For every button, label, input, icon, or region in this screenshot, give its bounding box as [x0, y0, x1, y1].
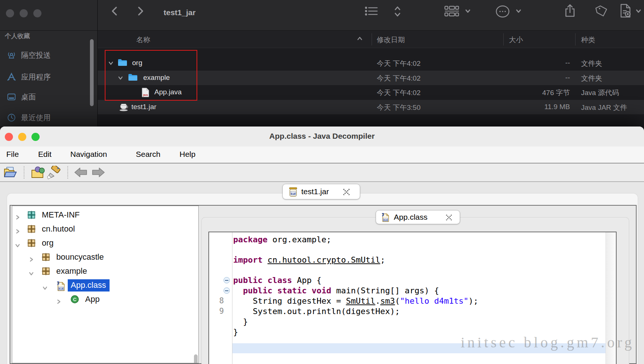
tab-app-class[interactable]: 010 App.class: [376, 210, 460, 224]
open-type-icon[interactable]: [30, 166, 46, 181]
jar-icon: 010: [288, 187, 298, 199]
tab-test1-jar[interactable]: 010 test1.jar: [282, 184, 360, 199]
file-row-test1.jar[interactable]: test1.jar今天 下午3:5011.9 MBJava JAR 文件: [98, 100, 644, 114]
svg-text:010: 010: [383, 219, 388, 222]
tree-scrollbar[interactable]: [194, 354, 198, 363]
sidebar-item-label: 最近使用: [21, 113, 51, 123]
column-modified[interactable]: 修改日期: [377, 35, 405, 45]
column-name[interactable]: 名称: [136, 35, 150, 45]
forward-icon[interactable]: [135, 5, 145, 18]
finder-file-list: 名称 修改日期 大小 种类 org今天 下午4:02--文件夹example今天…: [98, 31, 644, 127]
sidebar-item-4[interactable]: 最近使用: [0, 111, 98, 124]
class-file-icon: 010: [381, 213, 390, 224]
code-line-1: package org.example;: [233, 235, 331, 245]
column-divider[interactable]: [372, 33, 372, 46]
file-name: test1.jar: [131, 103, 157, 111]
tree-item-label: App.class: [68, 279, 110, 291]
sidebar-item-1[interactable]: 隔空投送: [0, 49, 98, 61]
menu-search[interactable]: Search: [136, 150, 161, 159]
code-line-8: }: [233, 327, 238, 337]
chevron-right-icon[interactable]: [28, 255, 34, 264]
code-segment-plain: main(String[] args) {: [331, 286, 439, 295]
chevron-down-icon[interactable]: [42, 283, 48, 293]
decompiler-window: App.class - Java Decompiler FileEditNavi…: [0, 127, 644, 364]
chevron-down-icon[interactable]: [515, 8, 522, 16]
file-size: --: [511, 59, 570, 67]
close-tab-icon[interactable]: [445, 213, 453, 223]
code-segment-plain: [233, 286, 243, 295]
code-segment-link[interactable]: cn.hutool.crypto.SmUtil: [268, 255, 380, 264]
package-icon: [41, 267, 50, 278]
sidebar-scrollbar[interactable]: [90, 39, 94, 106]
menu-edit[interactable]: Edit: [38, 150, 51, 159]
finder-zoom-button[interactable]: [33, 9, 41, 17]
tab-label: App.class: [394, 213, 427, 222]
tag-icon[interactable]: [594, 4, 608, 19]
share-icon[interactable]: [564, 4, 576, 20]
list-view-icon[interactable]: [365, 5, 379, 19]
column-kind[interactable]: 种类: [581, 35, 595, 45]
file-modified: 今天 下午4:02: [377, 59, 420, 68]
code-segment-link[interactable]: SmUtil: [346, 296, 375, 306]
chevron-down-icon[interactable]: [464, 8, 471, 16]
more-options-icon[interactable]: [495, 5, 510, 20]
fold-collapse-icon[interactable]: [224, 287, 230, 294]
back-icon[interactable]: [74, 167, 87, 179]
package-icon: [27, 239, 36, 250]
column-size[interactable]: 大小: [509, 35, 523, 45]
tree-item-label: cn.hutool: [42, 224, 75, 234]
menu-help[interactable]: Help: [180, 150, 195, 159]
menu-navigation[interactable]: Navigation: [70, 150, 107, 159]
code-segment-kw: import: [233, 255, 262, 264]
forward-icon[interactable]: [92, 167, 105, 179]
sort-ascending-icon[interactable]: [357, 36, 363, 43]
column-divider[interactable]: [503, 33, 504, 46]
chevron-down-icon[interactable]: [635, 8, 642, 16]
menu-file[interactable]: File: [6, 150, 19, 159]
back-icon[interactable]: [110, 5, 120, 18]
code-line-7: }: [233, 317, 248, 327]
source-tab-pane: package org.example;import cn.hutool.cry…: [201, 217, 629, 364]
package-tree: META-INFcn.hutoolorgbouncycastleexample0…: [12, 206, 199, 363]
chevron-right-icon[interactable]: [56, 297, 61, 307]
file-kind: 文件夹: [581, 59, 602, 68]
search-icon[interactable]: [46, 166, 62, 181]
open-file-icon[interactable]: [3, 166, 18, 181]
decompiler-window-title: App.class - Java Decompiler: [0, 132, 644, 141]
finder-close-button[interactable]: [6, 9, 14, 17]
annotation-red-box: [105, 50, 197, 101]
svg-text:010: 010: [58, 287, 63, 290]
tree-item-label: META-INF: [42, 210, 80, 220]
package-icon: [27, 225, 36, 236]
code-segment-link[interactable]: sm3: [380, 296, 395, 306]
column-divider[interactable]: [575, 33, 576, 46]
chevron-right-icon[interactable]: [15, 227, 20, 236]
group-view-icon[interactable]: [444, 5, 460, 20]
sort-toggle-icon[interactable]: [394, 5, 401, 20]
fold-collapse-icon[interactable]: [224, 277, 230, 283]
recents-icon: [7, 113, 16, 124]
tree-item-label: example: [56, 266, 87, 276]
file-modified: 今天 下午4:02: [377, 88, 420, 98]
code-segment-plain: }: [233, 327, 238, 337]
code-segment-plain: }: [233, 317, 248, 326]
tree-item-label: bouncycastle: [56, 252, 104, 262]
sidebar-item-3[interactable]: 桌面: [0, 91, 98, 103]
finder-toolbar: test1_jar: [0, 0, 644, 31]
finder-minimize-button[interactable]: [20, 9, 28, 17]
code-line-2: import cn.hutool.crypto.SmUtil;: [233, 255, 385, 265]
list-header: 名称 修改日期 大小 种类: [98, 31, 644, 48]
code-line-5: String digestHex = SmUtil.sm3("hello d4m…: [233, 296, 478, 306]
code-line-6: System.out.println(digestHex);: [233, 306, 400, 317]
code-segment-plain: String digestHex =: [233, 296, 346, 306]
chevron-right-icon[interactable]: [15, 213, 20, 222]
code-editor[interactable]: package org.example;import cn.hutool.cry…: [208, 232, 617, 364]
decompiler-toolbar: [0, 164, 644, 181]
chevron-down-icon[interactable]: [15, 241, 20, 250]
new-folder-document-icon[interactable]: [619, 3, 632, 20]
sidebar-item-2[interactable]: 应用程序: [0, 71, 98, 83]
package-meta-icon: [27, 210, 36, 222]
code-scrollbar[interactable]: [606, 232, 616, 364]
close-tab-icon[interactable]: [342, 188, 351, 198]
chevron-down-icon[interactable]: [28, 269, 34, 279]
